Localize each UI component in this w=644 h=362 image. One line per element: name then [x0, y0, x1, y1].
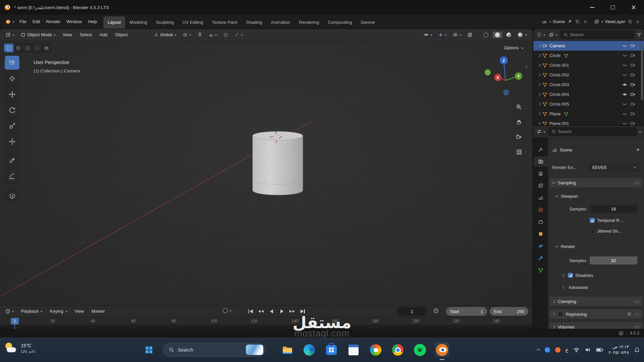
snap-target-selector[interactable]	[207, 32, 219, 38]
select-mode-extend-button[interactable]	[13, 44, 23, 52]
menu-object[interactable]: Object	[112, 31, 130, 39]
outliner-row-circle-004[interactable]: Circle.004	[533, 89, 644, 99]
render-visibility-icon[interactable]	[630, 121, 635, 125]
gizmo-z-axis[interactable]: Z	[502, 58, 505, 63]
tray-expand-chevron[interactable]	[536, 349, 540, 352]
tab-compositing[interactable]: Compositing	[323, 16, 356, 28]
gizmos-toggle[interactable]	[436, 32, 449, 38]
select-mode-subtract-button[interactable]	[23, 44, 32, 52]
outliner-editor-type-button[interactable]	[536, 32, 546, 38]
playhead-badge[interactable]: 1	[11, 318, 19, 324]
outliner-row-plane[interactable]: Plane	[533, 109, 644, 119]
wifi-icon[interactable]	[573, 347, 580, 353]
menu-view[interactable]: View	[60, 31, 75, 39]
gizmo-minus-z-axis[interactable]	[503, 89, 509, 96]
render-visibility-icon[interactable]	[630, 102, 635, 107]
render-visibility-icon[interactable]	[630, 92, 635, 97]
hide-eye-icon[interactable]	[622, 53, 627, 58]
tab-constraints[interactable]	[533, 253, 548, 263]
outliner-row-circle-001[interactable]: Circle.001	[533, 60, 644, 70]
drag-handle-icon[interactable]	[634, 300, 640, 303]
tab-modeling[interactable]: Modeling	[125, 16, 152, 28]
hide-eye-icon[interactable]	[622, 102, 627, 107]
menu-keying[interactable]: Keying	[50, 309, 67, 314]
render-visibility-icon[interactable]	[630, 72, 635, 77]
shading-wireframe-button[interactable]	[481, 32, 491, 38]
expand-icon[interactable]	[538, 73, 541, 77]
transform-orientation-selector[interactable]: Global	[152, 31, 179, 38]
expand-icon[interactable]	[538, 83, 541, 86]
menu-marker[interactable]: Marker	[91, 309, 105, 314]
view-layer-browse-button[interactable]	[594, 19, 600, 25]
properties-editor-type-button[interactable]	[536, 128, 546, 135]
edge-button[interactable]	[302, 343, 317, 357]
shading-material-button[interactable]	[504, 32, 514, 38]
transform-tool[interactable]	[5, 134, 19, 148]
new-scene-button[interactable]	[575, 19, 581, 25]
file-explorer-button[interactable]	[280, 343, 294, 357]
select-mode-invert-button[interactable]	[32, 44, 42, 52]
outliner-row-circle-005[interactable]: Circle.005	[533, 99, 644, 109]
tab-object[interactable]	[533, 229, 548, 239]
show-eye-icon[interactable]	[622, 82, 627, 87]
hide-eye-icon[interactable]	[622, 43, 627, 48]
start-button[interactable]	[142, 343, 156, 357]
menu-playback[interactable]: Playback	[21, 309, 43, 314]
expand-icon[interactable]	[561, 274, 565, 277]
shading-rendered-button[interactable]	[516, 32, 529, 38]
outliner-scrollbar[interactable]	[641, 44, 643, 100]
jump-to-end-button[interactable]	[299, 307, 307, 315]
notifications-bell-icon[interactable]	[634, 347, 640, 353]
unlink-scene-button[interactable]	[582, 19, 588, 25]
proportional-editing-toggle[interactable]	[221, 32, 230, 38]
store-button[interactable]	[324, 343, 339, 357]
clamping-section-header[interactable]: Clamping	[549, 297, 643, 306]
expand-icon[interactable]	[538, 122, 541, 125]
sidebar-collapse-arrow[interactable]	[526, 66, 529, 68]
shadows-checkbox[interactable]	[568, 273, 573, 278]
scene-name[interactable]: Scene	[553, 19, 565, 24]
app-menu-button[interactable]	[3, 18, 16, 25]
outliner-row-circle-002[interactable]: Circle.002	[533, 70, 644, 80]
shading-solid-button[interactable]	[493, 32, 502, 38]
pin-icon[interactable]	[636, 148, 640, 152]
tab-rendering[interactable]: Rendering	[294, 16, 323, 28]
hide-eye-icon[interactable]	[622, 63, 627, 68]
tab-uv-editing[interactable]: UV Editing	[178, 16, 207, 28]
render-samples-field[interactable]: 32	[590, 256, 637, 264]
expand-icon[interactable]	[538, 93, 541, 96]
editor-type-button[interactable]	[3, 31, 16, 39]
zoom-button[interactable]	[513, 101, 525, 113]
menu-add[interactable]: Add	[97, 31, 110, 39]
frame-end-field[interactable]: End 250	[490, 307, 528, 316]
breadcrumb-scene[interactable]: Scene	[560, 147, 572, 153]
jittered-shadows-checkbox[interactable]	[590, 229, 595, 234]
render-visibility-icon[interactable]	[630, 63, 635, 68]
volume-icon[interactable]	[585, 347, 591, 353]
select-box-tool[interactable]	[5, 56, 19, 70]
timeline-editor-type-button[interactable]	[3, 308, 16, 315]
taskbar-search[interactable]: Search	[163, 343, 266, 357]
sampling-section-header[interactable]: Sampling	[549, 178, 643, 187]
tray-app-blue-icon[interactable]	[545, 347, 550, 353]
show-object-types-selector[interactable]	[422, 31, 434, 38]
tab-layout[interactable]: Layout	[103, 16, 125, 28]
timeline-ruler[interactable]: 1 20 40 60 80 100 120 140 160 180 200 22…	[0, 317, 533, 329]
render-visibility-icon[interactable]	[630, 111, 635, 116]
snap-toggle[interactable]	[196, 32, 204, 38]
photos-button[interactable]	[368, 343, 383, 357]
outliner-search-input[interactable]: Search	[560, 31, 634, 39]
expand-icon[interactable]	[538, 44, 541, 48]
menu-render[interactable]: Render	[43, 17, 63, 26]
temporal-reprojection-checkbox[interactable]	[590, 218, 595, 223]
camera-view-button[interactable]	[513, 130, 525, 143]
tab-world[interactable]	[533, 205, 548, 215]
battery-icon[interactable]	[596, 348, 603, 352]
move-tool[interactable]	[5, 87, 19, 101]
expand-icon[interactable]	[538, 64, 541, 67]
tab-shading[interactable]: Shading	[242, 16, 267, 28]
jump-to-start-button[interactable]	[247, 307, 255, 315]
select-mode-new-button[interactable]	[4, 44, 13, 52]
minimize-button[interactable]	[582, 0, 602, 15]
outliner-row-camera[interactable]: Camera	[533, 41, 644, 51]
